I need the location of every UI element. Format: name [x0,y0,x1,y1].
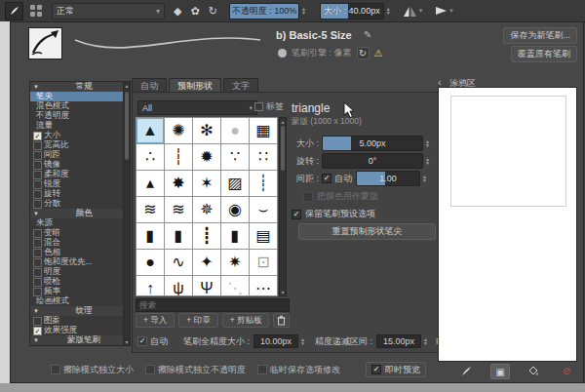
option-checkbox[interactable] [33,239,42,248]
brush-tip-cell[interactable]: ✦ [193,250,220,275]
clipboard-button[interactable]: + 剪贴板 [222,313,270,328]
pattern-icon[interactable]: ✿ [190,6,199,17]
brush-tip-cell[interactable]: ∴ [136,144,164,170]
reload-icon[interactable]: ↻ [357,47,370,59]
brush-tip-cell[interactable]: ≋ [136,197,164,222]
instant-preview-toggle[interactable]: ✓ 即时预览 [366,362,426,377]
scratchpad-fill-icon[interactable] [525,364,542,377]
tag-checkbox[interactable] [254,102,263,111]
eraser-mode-icon[interactable]: ◆ [174,6,181,17]
tab-自动[interactable]: 自动 [132,78,167,93]
tip-rotation-slider[interactable]: 0° [322,153,423,169]
brush-tip-cell[interactable]: ▮ [136,223,164,249]
brush-tip-cell[interactable]: ⌣ [250,197,277,222]
brush-preset-icon[interactable] [5,2,23,20]
scratchpad-paint-icon[interactable] [457,364,475,377]
brush-tip-cell[interactable]: ✶ [193,171,220,196]
brush-tip-cell[interactable]: ▲ [136,118,164,143]
scroll-up-icon[interactable]: ▴ [280,118,286,125]
option-checkbox[interactable] [33,161,42,170]
search-input[interactable] [136,298,290,312]
tab-预制形状[interactable]: 预制形状 [169,78,221,93]
tag-filter-dropdown[interactable]: All ▾ [137,100,257,115]
tip-size-slider[interactable]: 5.00px [322,136,423,151]
save-new-brush-button[interactable]: 保存为新笔刷... [503,27,577,44]
brush-tip-cell[interactable]: ↑ [136,276,164,296]
scratchpad-clear-icon[interactable]: ⊘ [558,364,575,377]
brush-tip-cell[interactable]: ✺ [165,118,192,143]
option-checkbox[interactable] [33,151,42,160]
brush-tip-cell[interactable]: ▴ [136,171,164,196]
brush-tip-cell[interactable]: ✵ [193,197,220,222]
brush-tip-cell[interactable]: ✸ [165,171,192,196]
brush-tip-cell[interactable]: ┊ [250,171,277,196]
brush-tip-cell[interactable]: ▤ [250,223,277,249]
brush-tip-cell[interactable]: ∵ [221,144,249,170]
instant-preview-checkbox[interactable]: ✓ [371,365,381,374]
preserve-checkbox[interactable]: ✓ [292,210,301,219]
brush-tip-cell[interactable]: ┆ [165,144,192,170]
brush-tip-cell[interactable]: ▮ [221,223,249,249]
brush-tip-cell[interactable]: ∿ [165,250,192,275]
size-spinner[interactable]: ▲▼ [386,7,391,15]
brush-tip-cell[interactable]: ▮ [165,223,192,249]
tip-rotation-spinner[interactable]: ▲▼ [425,157,430,165]
workspace-grid-icon[interactable] [30,5,42,17]
sidebar-section-header[interactable]: ▼蒙版笔刷 [30,335,130,345]
mirror-horizontal-button[interactable]: ▾ [403,5,423,18]
chevron-down-icon[interactable]: ▾ [449,7,453,15]
sidebar-scrollbar[interactable]: ▴ ▾ [123,81,131,346]
brush-tip-cell[interactable]: ≋ [165,197,192,222]
option-checkbox[interactable] [33,171,42,179]
scroll-up-icon[interactable]: ▴ [124,82,130,89]
stamp-button[interactable]: + 印章 [178,313,217,328]
eraser-opacity-checkbox[interactable] [145,365,155,374]
scrollbar-thumb[interactable] [125,92,129,160]
spacing-auto-checkbox[interactable]: ✓ [322,174,332,183]
option-checkbox[interactable]: ✓ [33,132,42,140]
brush-tip-cell[interactable]: ✷ [221,250,249,275]
brush-tip-cell[interactable]: ⊡ [250,250,277,275]
global-size-value[interactable]: 10.00px [254,334,298,348]
tag-toggle[interactable]: 标签 [254,100,284,113]
scrollbar-thumb[interactable] [281,126,285,171]
overwrite-brush-button[interactable]: 覆盖原有笔刷 [511,46,577,62]
precision-auto-toggle[interactable]: ✓ 自动 [137,335,168,348]
eraser-opacity-toggle[interactable]: 擦除模式独立不透明度 [145,364,246,376]
reset-tip-button[interactable]: 重置预制形状笔尖 [298,223,436,240]
scratchpad-preview-icon[interactable]: ▣ [490,364,510,379]
fade-value[interactable]: 15.00px [376,334,421,348]
tip-spacing-spinner[interactable]: ▲▼ [422,175,427,182]
brush-tip-cell[interactable]: ✹ [193,144,220,170]
brush-tip-cell[interactable]: ▨ [221,171,249,196]
scratchpad-canvas[interactable] [438,87,577,362]
eraser-size-toggle[interactable]: 擦除模式独立大小 [51,364,134,376]
brush-tip-cell[interactable]: ● [221,118,249,143]
opacity-slider[interactable]: 不透明度 : 100% [229,3,299,20]
reload-preset-icon[interactable]: ↻ [209,6,217,17]
brush-tip-cell[interactable]: ┋ [193,223,220,249]
brush-tip-cell[interactable]: ⋯ [250,276,277,296]
import-button[interactable]: + 导入 [136,313,175,328]
brush-tip-cell[interactable]: ψ [165,276,192,296]
temp-save-toggle[interactable]: 临时保存选项修改 [257,364,340,376]
precision-auto-checkbox[interactable]: ✓ [137,336,147,346]
tip-spacing-slider[interactable]: 1.00 [356,171,420,186]
brush-tip-cell[interactable]: ● [136,250,164,275]
option-checkbox[interactable] [33,317,42,326]
brush-tip-cell[interactable]: Ψ [193,276,220,296]
option-checkbox[interactable] [33,229,42,238]
scroll-down-icon[interactable]: ▾ [124,338,130,345]
grid-scrollbar[interactable]: ▴ ▾ [279,117,287,296]
tip-size-spinner[interactable]: ▲▼ [425,139,430,147]
option-checkbox[interactable] [33,278,42,287]
temp-save-checkbox[interactable] [257,365,267,374]
option-checkbox[interactable] [33,268,42,277]
use-color-as-mask-toggle[interactable]: 把颜色用作蒙版 [303,190,378,203]
brush-tip-cell[interactable]: ◉ [221,197,249,222]
brush-tip-cell[interactable]: ⋱ [221,276,249,296]
fade-spinner[interactable]: ▲▼ [423,337,428,345]
delete-tip-button[interactable] [273,313,290,328]
spacing-auto-toggle[interactable]: ✓ 自动 [322,173,352,185]
option-checkbox[interactable] [33,190,42,199]
